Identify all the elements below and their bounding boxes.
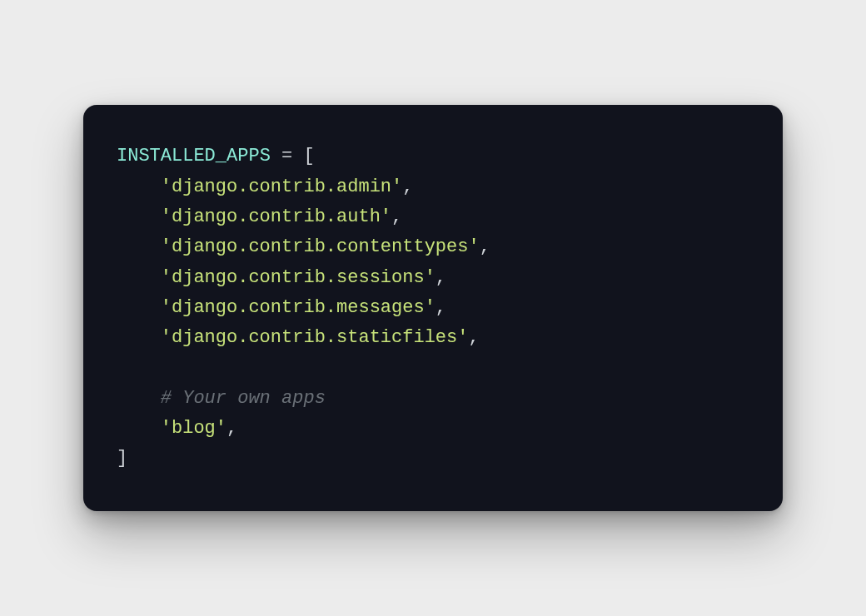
code-comment: # Your own apps	[161, 388, 326, 409]
page-stage: INSTALLED_APPS = [ 'django.contrib.admin…	[0, 0, 866, 616]
code-open-bracket: [	[303, 146, 314, 166]
code-string: 'django.contrib.messages'	[161, 297, 435, 318]
code-comma: ,	[402, 176, 413, 197]
code-string: 'django.contrib.staticfiles'	[161, 327, 469, 348]
code-comma: ,	[435, 267, 446, 288]
code-comma: ,	[226, 418, 237, 439]
code-block: INSTALLED_APPS = [ 'django.contrib.admin…	[117, 142, 749, 474]
code-comma: ,	[435, 297, 446, 318]
code-comma: ,	[480, 236, 490, 257]
code-string: 'django.contrib.sessions'	[161, 267, 435, 288]
code-string: 'django.contrib.contenttypes'	[161, 236, 480, 257]
code-string: 'blog'	[161, 418, 226, 439]
code-variable: INSTALLED_APPS	[117, 146, 271, 166]
code-string: 'django.contrib.admin'	[161, 176, 402, 197]
code-comma: ,	[468, 327, 479, 348]
code-snippet-card: INSTALLED_APPS = [ 'django.contrib.admin…	[83, 105, 783, 510]
code-assign: =	[271, 146, 304, 166]
code-string: 'django.contrib.auth'	[161, 206, 391, 227]
code-close-bracket: ]	[117, 448, 127, 469]
code-comma: ,	[391, 206, 402, 227]
